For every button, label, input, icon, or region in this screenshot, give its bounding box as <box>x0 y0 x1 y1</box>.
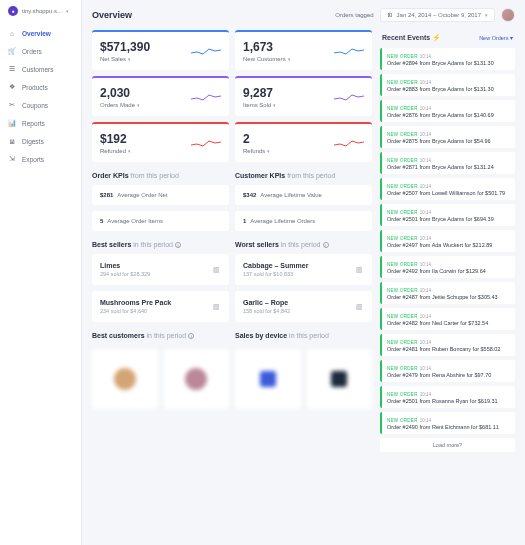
worst-sellers-heading: Worst sellers in this periodi <box>235 241 372 248</box>
event-time: 10:14 <box>420 106 431 111</box>
event-item[interactable]: NEW ORDER 10:14Order #2490 from Rent Eic… <box>380 412 515 434</box>
event-tag: NEW ORDER <box>387 106 418 111</box>
sparkline-icon <box>191 137 221 149</box>
date-range-picker[interactable]: 🗓 Jan 24, 2014 – October 9, 2017 ▾ <box>380 8 495 22</box>
event-tag: NEW ORDER <box>387 288 418 293</box>
events-title: Recent Events ⚡ <box>382 34 441 42</box>
nav-label: Overview <box>22 30 51 37</box>
device-card[interactable] <box>307 349 373 409</box>
kpi-card-net-sales[interactable]: $571,390Net Sales ▾ <box>92 30 229 70</box>
kpi-card-items-sold[interactable]: 9,287Items Sold ▾ <box>235 76 372 116</box>
date-range-text: Jan 24, 2014 – October 9, 2017 <box>397 12 481 18</box>
sales-by-device-heading: Sales by device in this period <box>235 332 372 339</box>
bar-chart-icon: ▥ <box>211 302 221 312</box>
info-icon[interactable]: i <box>175 242 181 248</box>
event-time: 10:14 <box>420 340 431 345</box>
nav-label: Customers <box>22 66 53 73</box>
event-text: Order #2490 from Rent Eichmann for $681.… <box>387 424 510 430</box>
event-tag: NEW ORDER <box>387 236 418 241</box>
kpi-row: $342Average Lifetime Value <box>235 185 372 205</box>
kpi-card-refunds[interactable]: 2Refunds ▾ <box>235 122 372 162</box>
event-text: Order #2479 from Rena Abshire for $97.70 <box>387 372 510 378</box>
device-card[interactable] <box>235 349 301 409</box>
event-text: Order #2481 from Ruben Boncany for $558.… <box>387 346 510 352</box>
overview-icon: ⌂ <box>8 29 16 37</box>
product-card[interactable]: Limes294 sold for $28,329▥ <box>92 254 229 285</box>
chevron-down-icon: ▾ <box>485 12 488 18</box>
event-tag: NEW ORDER <box>387 54 418 59</box>
event-tag: NEW ORDER <box>387 314 418 319</box>
brand-name: tiny.shoppu.s... <box>22 8 62 14</box>
kpi-card-refunded[interactable]: $192Refunded ▾ <box>92 122 229 162</box>
product-card[interactable]: Mushrooms Pre Pack234 sold for $4,640▥ <box>92 291 229 322</box>
event-text: Order #2871 from Bryce Adams for $131.24 <box>387 164 510 170</box>
event-item[interactable]: NEW ORDER 10:14Order #2501 from Rosanna … <box>380 386 515 408</box>
sparkline-icon <box>334 137 364 149</box>
info-icon[interactable]: i <box>323 242 329 248</box>
event-tag: NEW ORDER <box>387 366 418 371</box>
brand-selector[interactable]: ● tiny.shoppu.s... ▾ <box>0 6 81 24</box>
nav-label: Products <box>22 84 48 91</box>
event-item[interactable]: NEW ORDER 10:14Order #2501 from Bryce Ad… <box>380 204 515 226</box>
event-time: 10:14 <box>420 236 431 241</box>
coupons-icon: ✂ <box>8 101 16 109</box>
bar-chart-icon: ▥ <box>354 265 364 275</box>
event-text: Order #2875 from Bryce Adams for $54.96 <box>387 138 510 144</box>
customer-card[interactable] <box>92 349 158 409</box>
event-item[interactable]: NEW ORDER 10:14Order #2876 from Bryce Ad… <box>380 100 515 122</box>
event-tag: NEW ORDER <box>387 132 418 137</box>
event-item[interactable]: NEW ORDER 10:14Order #2479 from Rena Abs… <box>380 360 515 382</box>
event-item[interactable]: NEW ORDER 10:14Order #2497 from Ada Wuck… <box>380 230 515 252</box>
sidebar-item-products[interactable]: ❖Products <box>0 78 81 96</box>
best-customers-heading: Best customers in this periodi <box>92 332 229 339</box>
sidebar-item-customers[interactable]: ☰Customers <box>0 60 81 78</box>
sidebar-item-reports[interactable]: 📊Reports <box>0 114 81 132</box>
event-text: Order #2497 from Ada Wuckert for $212.89 <box>387 242 510 248</box>
load-more-button[interactable]: Load more? <box>380 438 515 452</box>
event-time: 10:14 <box>420 184 431 189</box>
chevron-down-icon: ▾ <box>267 148 270 154</box>
chevron-down-icon: ▾ <box>66 8 69 14</box>
exports-icon: ⇲ <box>8 155 16 163</box>
kpi-card-new-customers[interactable]: 1,673New Customers ▾ <box>235 30 372 70</box>
event-time: 10:14 <box>420 210 431 215</box>
kpi-card-orders-made[interactable]: 2,030Orders Made ▾ <box>92 76 229 116</box>
event-text: Order #2883 from Bryce Adams for $131.30 <box>387 86 510 92</box>
chevron-down-icon: ▾ <box>128 56 131 62</box>
sidebar-item-exports[interactable]: ⇲Exports <box>0 150 81 168</box>
product-card[interactable]: Garlic – Rope158 sold for $4,842▥ <box>235 291 372 322</box>
events-filter-link[interactable]: New Orders ▾ <box>479 35 513 41</box>
customer-card[interactable] <box>164 349 230 409</box>
event-time: 10:14 <box>420 366 431 371</box>
user-avatar[interactable] <box>501 8 515 22</box>
event-tag: NEW ORDER <box>387 392 418 397</box>
sidebar-item-orders[interactable]: 🛒Orders <box>0 42 81 60</box>
event-text: Order #2492 from Ila Corwin for $129.64 <box>387 268 510 274</box>
event-item[interactable]: NEW ORDER 10:14Order #2487 from Jettie S… <box>380 282 515 304</box>
event-item[interactable]: NEW ORDER 10:14Order #2492 from Ila Corw… <box>380 256 515 278</box>
info-icon[interactable]: i <box>188 333 194 339</box>
event-time: 10:14 <box>420 54 431 59</box>
event-text: Order #2501 from Bryce Adams for $694.39 <box>387 216 510 222</box>
main: Overview Orders tagged 🗓 Jan 24, 2014 – … <box>82 0 525 545</box>
event-tag: NEW ORDER <box>387 184 418 189</box>
event-item[interactable]: NEW ORDER 10:14Order #2871 from Bryce Ad… <box>380 152 515 174</box>
product-card[interactable]: Cabbage – Summer137 sold for $10,833▥ <box>235 254 372 285</box>
chevron-down-icon: ▾ <box>288 56 291 62</box>
kpi-row: 5Average Order Items <box>92 211 229 231</box>
event-item[interactable]: NEW ORDER 10:14Order #2507 from Lowell W… <box>380 178 515 200</box>
event-item[interactable]: NEW ORDER 10:14Order #2481 from Ruben Bo… <box>380 334 515 356</box>
event-text: Order #2876 from Bryce Adams for $140.69 <box>387 112 510 118</box>
sidebar-item-overview[interactable]: ⌂Overview <box>0 24 81 42</box>
event-item[interactable]: NEW ORDER 10:14Order #2883 from Bryce Ad… <box>380 74 515 96</box>
orders-icon: 🛒 <box>8 47 16 55</box>
sidebar-item-digests[interactable]: 🗎Digests <box>0 132 81 150</box>
bar-chart-icon: ▥ <box>211 265 221 275</box>
sidebar-item-coupons[interactable]: ✂Coupons <box>0 96 81 114</box>
event-tag: NEW ORDER <box>387 418 418 423</box>
event-tag: NEW ORDER <box>387 80 418 85</box>
event-item[interactable]: NEW ORDER 10:14Order #2894 from Bryce Ad… <box>380 48 515 70</box>
event-item[interactable]: NEW ORDER 10:14Order #2875 from Bryce Ad… <box>380 126 515 148</box>
event-time: 10:14 <box>420 262 431 267</box>
event-item[interactable]: NEW ORDER 10:14Order #2482 from Ned Cart… <box>380 308 515 330</box>
